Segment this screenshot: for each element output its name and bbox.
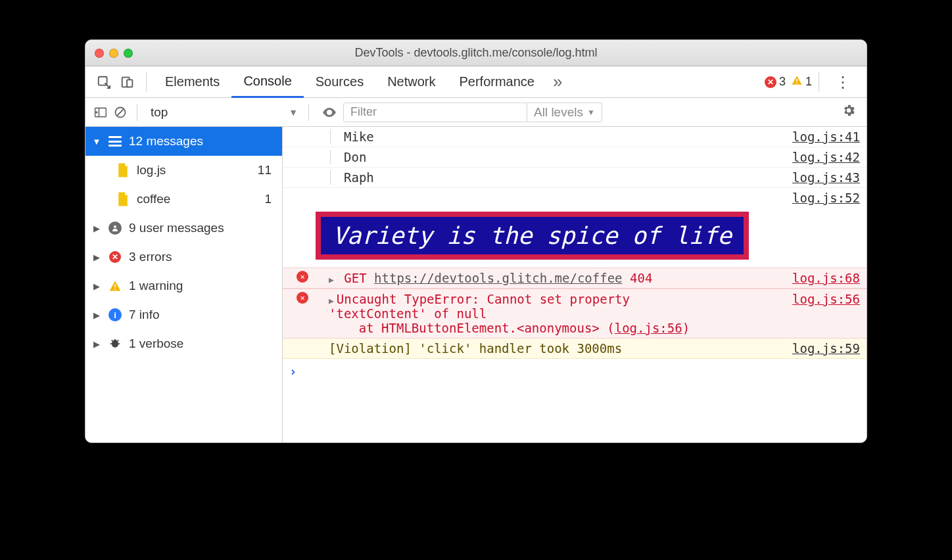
tab-label: Elements [165,74,220,89]
tab-network[interactable]: Network [375,66,447,98]
log-row[interactable]: Raph log.js:43 [283,168,867,188]
info-icon: i [108,308,122,321]
divider [146,72,147,92]
user-icon [108,222,122,235]
error-count: 3 [779,75,786,89]
svg-point-10 [114,225,116,228]
log-row-violation[interactable]: [Violation] 'click' handler took 3000ms … [283,338,867,359]
stack-link[interactable]: log.js:56 [615,321,682,335]
request-url[interactable]: https://devtools.glitch.me/coffee [374,271,623,285]
sidebar-file-logjs[interactable]: log.js 11 [85,156,282,185]
error-icon: ✕ [297,271,308,283]
source-link[interactable]: log.js:42 [792,150,860,164]
more-tabs-icon[interactable]: » [553,72,562,92]
sidebar-item-messages[interactable]: ▼ 12 messages [85,127,282,156]
list-icon [108,136,122,147]
sidebar-item-label: coffee [137,192,258,206]
device-toolbar-icon[interactable] [118,73,137,91]
log-row-error[interactable]: ✕ ▶Uncaught TypeError: Cannot set proper… [283,289,867,338]
log-row[interactable]: log.js:52 [283,188,867,208]
log-row[interactable]: Mike log.js:41 [283,127,867,147]
svg-point-9 [328,111,331,114]
error-count-badge[interactable]: ✕ 3 [765,75,786,89]
titlebar: DevTools - devtools.glitch.me/console/lo… [85,40,867,66]
sidebar-item-verbose[interactable]: ▶ 1 verbose [85,329,282,358]
sidebar-item-label: 1 verbose [129,337,275,351]
toggle-sidebar-icon[interactable] [91,103,110,122]
close-window-button[interactable] [95,49,104,58]
tab-label: Console [243,74,291,89]
styled-log-message: Variety is the spice of life [316,212,749,260]
context-label: top [151,105,168,120]
tab-performance[interactable]: Performance [448,66,547,98]
chevron-down-icon: ▼ [289,107,298,118]
chevron-right-icon[interactable]: ▶ [329,296,334,306]
sidebar-file-coffee[interactable]: coffee 1 [85,185,282,214]
sidebar-item-user-messages[interactable]: ▶ 9 user messages [85,214,282,243]
source-link[interactable]: log.js:59 [792,341,860,356]
log-message: ▶ GET https://devtools.glitch.me/coffee … [316,271,786,285]
console-body: ▼ 12 messages log.js 11 coffee 1 ▶ 9 use… [85,127,867,442]
svg-rect-2 [127,80,132,87]
live-expression-icon[interactable] [320,103,339,122]
clear-console-icon[interactable] [110,103,130,122]
chevron-right-icon[interactable]: ▶ [329,275,334,285]
warning-count: 1 [805,75,812,89]
source-link[interactable]: log.js:43 [792,170,860,185]
sidebar-item-warnings[interactable]: ▶ 1 warning [85,271,282,300]
chevron-right-icon: ▶ [92,223,101,233]
file-icon [116,192,130,206]
chevron-right-icon: ▶ [92,281,101,291]
svg-rect-11 [114,285,116,288]
zoom-window-button[interactable] [124,49,133,58]
inspect-element-icon[interactable] [95,73,113,91]
sidebar-item-label: log.js [137,163,251,177]
source-link[interactable]: log.js:52 [792,191,860,205]
sidebar-item-info[interactable]: ▶ i 7 info [85,300,282,329]
warning-icon [791,74,803,89]
window-title: DevTools - devtools.glitch.me/console/lo… [85,46,867,60]
window-controls [95,49,133,58]
chevron-right-icon: ▶ [92,339,101,349]
sidebar-item-errors[interactable]: ▶ ✕ 3 errors [85,243,282,271]
console-toolbar: top ▼ All levels ▼ [85,98,867,127]
panel-tabs: Elements Console Sources Network Perform… [85,66,867,98]
log-row[interactable]: Don log.js:42 [283,147,867,168]
sidebar-item-count: 1 [264,192,275,206]
tab-label: Sources [316,74,364,89]
sidebar-item-label: 7 info [129,308,275,322]
bug-icon [108,337,122,350]
minimize-window-button[interactable] [109,49,118,58]
divider [819,72,819,92]
settings-icon[interactable] [836,103,861,121]
context-selector[interactable]: top ▼ [144,102,302,123]
file-icon [116,163,130,177]
svg-rect-3 [796,79,797,82]
tab-label: Performance [460,74,535,89]
console-log-area: Mike log.js:41 Don log.js:42 Raph log.js… [283,127,867,442]
source-link[interactable]: log.js:56 [792,292,860,306]
log-row-error[interactable]: ✕ ▶ GET https://devtools.glitch.me/coffe… [283,268,867,289]
divider [308,104,309,121]
svg-rect-12 [114,289,116,290]
console-sidebar: ▼ 12 messages log.js 11 coffee 1 ▶ 9 use… [85,127,283,442]
error-icon: ✕ [765,76,776,88]
log-row-styled[interactable]: Variety is the spice of life [283,208,867,268]
tab-elements[interactable]: Elements [153,66,231,98]
filter-input[interactable] [343,103,527,122]
levels-label: All levels [534,105,583,120]
more-menu-icon[interactable]: ⋮ [826,73,860,91]
warning-count-badge[interactable]: 1 [791,74,812,89]
log-levels-select[interactable]: All levels ▼ [527,103,602,122]
source-link[interactable]: log.js:41 [792,129,860,144]
svg-rect-4 [796,83,797,84]
tab-console[interactable]: Console [231,66,303,98]
chevron-down-icon: ▼ [587,108,595,117]
divider [137,104,137,121]
warning-icon [108,279,122,292]
console-prompt[interactable]: › [283,359,867,384]
source-link[interactable]: log.js:68 [792,271,860,285]
log-message: ▶Uncaught TypeError: Cannot set property… [316,292,786,335]
sidebar-item-count: 11 [258,163,275,177]
tab-sources[interactable]: Sources [304,66,375,98]
